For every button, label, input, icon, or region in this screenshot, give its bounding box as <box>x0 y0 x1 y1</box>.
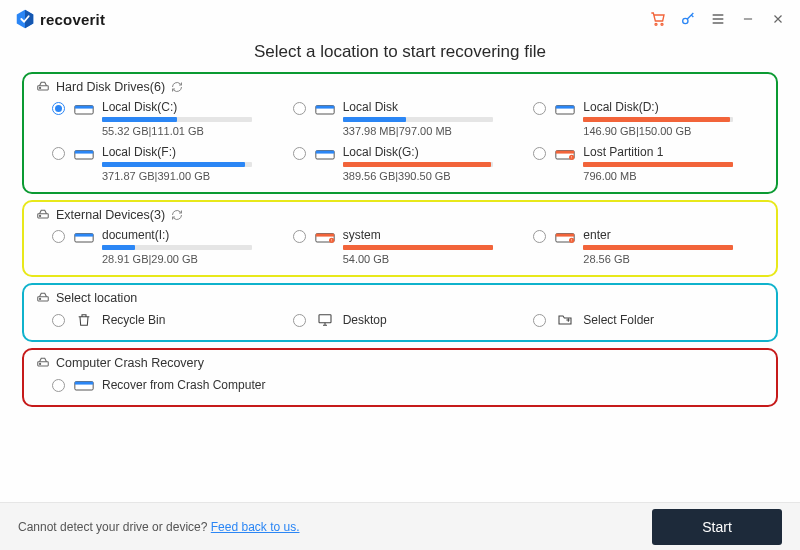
drive-name: document(I:) <box>102 228 283 242</box>
drive-usage: 55.32 GB|111.01 GB <box>102 125 283 137</box>
drive-item[interactable]: ! Lost Partition 1 796.00 MB <box>531 141 766 184</box>
brand-name: recoverit <box>40 11 105 28</box>
radio[interactable] <box>293 102 306 115</box>
svg-point-2 <box>683 18 688 23</box>
drive-item[interactable]: Local Disk(G:) 389.56 GB|390.50 GB <box>291 141 526 184</box>
svg-rect-22 <box>75 234 93 237</box>
desktop-icon <box>315 312 335 328</box>
drive-name: Local Disk(D:) <box>583 100 764 114</box>
svg-rect-24 <box>315 234 333 237</box>
drive-name: Local Disk(F:) <box>102 145 283 159</box>
drive-item[interactable]: ! enter 28.56 GB <box>531 224 766 267</box>
drive-name: Lost Partition 1 <box>583 145 764 159</box>
crash-item[interactable]: Recover from Crash Computer <box>50 372 285 397</box>
cart-icon[interactable] <box>650 11 666 27</box>
content: Hard Disk Drives(6) Local Disk(C:) 55.32… <box>0 68 800 502</box>
app-window: recoverit Select a location to start rec… <box>0 0 800 550</box>
disk-icon <box>36 208 50 222</box>
usage-bar <box>102 162 252 167</box>
page-title: Select a location to start recovering fi… <box>0 38 800 68</box>
section-external-header: External Devices(3) <box>34 208 766 224</box>
trash-icon <box>74 312 94 328</box>
radio[interactable] <box>52 102 65 115</box>
radio[interactable] <box>533 230 546 243</box>
svg-rect-8 <box>315 106 333 109</box>
drive-item[interactable]: Local Disk(C:) 55.32 GB|111.01 GB <box>50 96 285 139</box>
drive-name: system <box>343 228 524 242</box>
svg-rect-33 <box>319 315 331 323</box>
drive-icon: ! <box>315 229 335 245</box>
folder-icon <box>555 312 575 328</box>
usage-bar <box>583 117 733 122</box>
drive-item[interactable]: Local Disk 337.98 MB|797.00 MB <box>291 96 526 139</box>
radio[interactable] <box>52 314 65 327</box>
usage-bar <box>343 117 493 122</box>
feedback-link[interactable]: Feed back to us. <box>211 520 300 534</box>
svg-text:!: ! <box>571 238 572 243</box>
radio[interactable] <box>533 314 546 327</box>
usage-bar <box>343 162 493 167</box>
location-name: Select Folder <box>583 313 764 327</box>
usage-bar <box>583 245 733 250</box>
window-controls <box>650 11 786 27</box>
drive-icon: ! <box>555 229 575 245</box>
external-grid: document(I:) 28.91 GB|29.00 GB ! system … <box>34 224 766 267</box>
location-item[interactable]: Recycle Bin <box>50 307 285 332</box>
radio[interactable] <box>52 230 65 243</box>
radio[interactable] <box>293 147 306 160</box>
section-location: Select location Recycle Bin Desktop Sele… <box>22 283 778 342</box>
svg-rect-12 <box>75 151 93 154</box>
disk-icon <box>36 356 50 370</box>
titlebar: recoverit <box>0 0 800 38</box>
location-item[interactable]: Select Folder <box>531 307 766 332</box>
radio[interactable] <box>533 102 546 115</box>
section-crash-title: Computer Crash Recovery <box>56 356 204 370</box>
drive-icon: ! <box>555 146 575 162</box>
radio[interactable] <box>293 314 306 327</box>
drive-item[interactable]: document(I:) 28.91 GB|29.00 GB <box>50 224 285 267</box>
location-item[interactable]: Desktop <box>291 307 526 332</box>
radio[interactable] <box>52 147 65 160</box>
section-external-title: External Devices(3) <box>56 208 165 222</box>
drive-usage: 371.87 GB|391.00 GB <box>102 170 283 182</box>
close-icon[interactable] <box>770 11 786 27</box>
crash-grid: Recover from Crash Computer <box>34 372 766 397</box>
refresh-icon[interactable] <box>171 209 183 221</box>
disk-icon <box>36 291 50 305</box>
drive-item[interactable]: ! system 54.00 GB <box>291 224 526 267</box>
svg-point-1 <box>661 23 663 25</box>
drive-icon <box>555 101 575 117</box>
drive-icon <box>74 146 94 162</box>
drive-usage: 146.90 GB|150.00 GB <box>583 125 764 137</box>
drive-icon <box>315 101 335 117</box>
svg-rect-37 <box>75 382 93 385</box>
drive-item[interactable]: Local Disk(D:) 146.90 GB|150.00 GB <box>531 96 766 139</box>
drive-usage: 337.98 MB|797.00 MB <box>343 125 524 137</box>
refresh-icon[interactable] <box>171 81 183 93</box>
section-location-header: Select location <box>34 291 766 307</box>
radio[interactable] <box>533 147 546 160</box>
start-button[interactable]: Start <box>652 509 782 545</box>
footer-note: Cannot detect your drive or device? Feed… <box>18 520 300 534</box>
drive-item[interactable]: Local Disk(F:) 371.87 GB|391.00 GB <box>50 141 285 184</box>
section-crash-header: Computer Crash Recovery <box>34 356 766 372</box>
section-hdd: Hard Disk Drives(6) Local Disk(C:) 55.32… <box>22 72 778 194</box>
drive-icon <box>74 101 94 117</box>
svg-rect-10 <box>556 106 574 109</box>
key-icon[interactable] <box>680 11 696 27</box>
brand: recoverit <box>14 8 105 30</box>
menu-icon[interactable] <box>710 11 726 27</box>
svg-rect-16 <box>556 151 574 154</box>
location-name: Recycle Bin <box>102 313 283 327</box>
drive-usage: 389.56 GB|390.50 GB <box>343 170 524 182</box>
radio[interactable] <box>52 379 65 392</box>
svg-point-32 <box>40 298 41 299</box>
svg-text:!: ! <box>331 238 332 243</box>
drive-usage: 796.00 MB <box>583 170 764 182</box>
svg-point-35 <box>40 363 41 364</box>
svg-rect-14 <box>315 151 333 154</box>
radio[interactable] <box>293 230 306 243</box>
minimize-icon[interactable] <box>740 11 756 27</box>
drive-icon <box>74 377 94 393</box>
svg-rect-6 <box>75 106 93 109</box>
